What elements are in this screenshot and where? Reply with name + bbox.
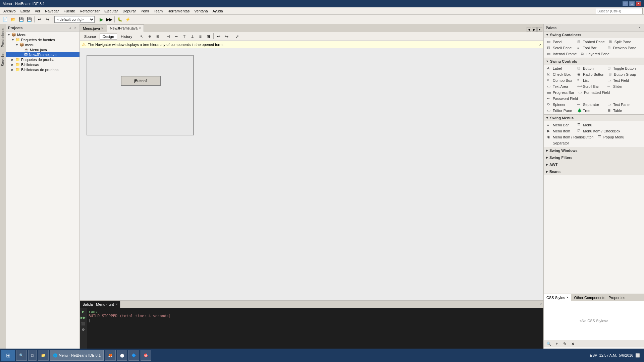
palette-item-menuitem-checkbox[interactable]: ☑Menu Item / CheckBox xyxy=(575,128,622,134)
taskbar-task-view[interactable]: □ xyxy=(28,350,37,361)
config-dropdown[interactable]: <default config> xyxy=(54,16,95,23)
run-debug-button[interactable]: ▶▶ xyxy=(106,16,113,23)
menu-team[interactable]: Team xyxy=(152,8,165,14)
menu-navegar[interactable]: Navegar xyxy=(43,8,61,14)
css-delete-button[interactable]: ✕ xyxy=(569,340,577,348)
tree-item-bib-pruebas[interactable]: ▶ 📁 Bibliotecas de pruebas xyxy=(6,67,79,72)
panel-close-button[interactable]: × xyxy=(73,25,77,30)
align-top[interactable]: ⊥ xyxy=(189,33,196,40)
history-tab[interactable]: History xyxy=(118,34,135,40)
css-edit-button[interactable]: ✎ xyxy=(561,340,569,348)
palette-item-textpane[interactable]: ▭Text Pane xyxy=(605,102,636,108)
undo-button[interactable]: ↩ xyxy=(36,16,43,23)
prestaciones-tab[interactable]: Prestaciones xyxy=(0,25,6,50)
profile-button[interactable]: ⚡ xyxy=(124,16,131,23)
menu-ventana[interactable]: Ventana xyxy=(192,8,210,14)
tree-item-prueba[interactable]: ▶ 📁 Paquetes de prueba xyxy=(6,57,79,62)
align-right[interactable]: ⊤ xyxy=(180,33,188,40)
taskbar-ie[interactable]: 🌐 Menu - NetBeans IDE 8.1 xyxy=(50,350,104,361)
close-button[interactable]: ✕ xyxy=(636,1,641,6)
css-add-button[interactable]: + xyxy=(553,340,560,348)
tab-newjframe[interactable]: NewJFrame.java × xyxy=(107,24,144,32)
connect-tool[interactable]: ⊕ xyxy=(146,33,153,40)
tab-scroll-right[interactable]: ▶ xyxy=(532,27,537,32)
palette-item-menu[interactable]: ☰Menu xyxy=(575,122,605,128)
swing-containers-header[interactable]: ▼ Swing Containers xyxy=(544,32,644,38)
swing-windows-header[interactable]: ▶ Swing Windows xyxy=(544,147,644,154)
align-center-v[interactable]: ≡ xyxy=(197,33,204,40)
menu-archivo[interactable]: Archivo xyxy=(1,8,18,14)
palette-item-slider[interactable]: ─Slider xyxy=(605,83,636,89)
panel-maximize-button[interactable]: □ xyxy=(67,25,72,30)
debug-button[interactable]: 🐛 xyxy=(116,16,123,23)
menu-ver[interactable]: Ver xyxy=(33,8,42,14)
css-tab-close[interactable]: × xyxy=(567,296,569,299)
layout-tool[interactable]: ⊞ xyxy=(154,33,161,40)
palette-item-textfield[interactable]: ▭Text Field xyxy=(605,77,636,83)
palette-item-formattedfield[interactable]: ▭Formatted Field xyxy=(576,89,612,96)
palette-item-menuitem-radio[interactable]: ◉Menu Item / RadioButton xyxy=(545,134,596,140)
palette-item-tree[interactable]: 🌲Tree xyxy=(575,108,605,114)
palette-item-tabbedpane[interactable]: ⊟Tabbed Pane xyxy=(575,39,607,45)
tree-item-newjframe[interactable]: 🖼 NewJFrame.java xyxy=(6,52,79,57)
palette-item-passwordfield[interactable]: ••Password Field xyxy=(545,96,580,102)
tree-item-package[interactable]: ▼ 📦 menu xyxy=(6,42,79,47)
tab-menujava[interactable]: Menu.java × xyxy=(80,24,106,32)
tab-scroll-left[interactable]: ◀ xyxy=(527,27,531,32)
output-tab-close[interactable]: × xyxy=(115,302,117,306)
jframe-container[interactable]: jButton1 xyxy=(87,55,194,135)
palette-item-editorpane[interactable]: ▭Editor Pane xyxy=(545,108,575,114)
palette-item-spinner[interactable]: ⟳Spinner xyxy=(545,102,575,108)
palette-item-toolbar[interactable]: ≡Tool Bar xyxy=(575,45,605,51)
design-canvas[interactable]: jButton1 xyxy=(80,48,543,300)
menu-ayuda[interactable]: Ayuda xyxy=(211,8,225,14)
palette-item-internalframe[interactable]: ▭Internal Frame xyxy=(545,51,579,57)
palette-item-popupmenu[interactable]: ☰Popup Menu xyxy=(596,134,626,140)
palette-item-desktoppane[interactable]: ⊟Desktop Pane xyxy=(605,45,638,51)
info-close-button[interactable]: × xyxy=(539,43,541,47)
servicios-tab[interactable]: Servicios xyxy=(0,50,6,69)
tab-dropdown[interactable]: ▼ xyxy=(537,27,542,32)
save-button[interactable]: 💾 xyxy=(17,16,25,23)
swing-menus-header[interactable]: ▼ Swing Menus xyxy=(544,115,644,121)
palette-item-list[interactable]: ≡List xyxy=(575,77,605,83)
stop-output-btn[interactable]: ⬛ xyxy=(80,321,86,326)
palette-item-splitpane[interactable]: ⊞Split Pane xyxy=(607,39,637,45)
source-tab[interactable]: Source xyxy=(81,34,99,40)
search-input[interactable] xyxy=(596,8,643,14)
maximize-editor[interactable]: ⤢ xyxy=(233,33,241,40)
palette-item-radiobutton[interactable]: ◉Radio Button xyxy=(575,71,606,77)
menu-perfil[interactable]: Perfil xyxy=(139,8,151,14)
awt-header[interactable]: ▶ AWT xyxy=(544,161,644,168)
tab-close-icon[interactable]: × xyxy=(101,26,103,30)
select-tool[interactable]: ↖ xyxy=(138,33,145,40)
palette-item-progressbar[interactable]: ▬Progress Bar xyxy=(545,89,576,96)
palette-item-scrollpane[interactable]: ⊡Scroll Pane xyxy=(545,45,575,51)
palette-item-checkbox[interactable]: ☑Check Box xyxy=(545,71,575,77)
palette-item-textarea[interactable]: ▭Text Area xyxy=(545,83,575,89)
taskbar-app1[interactable]: 🔷 xyxy=(128,350,139,361)
run-output-btn[interactable]: ▶ xyxy=(80,309,86,314)
palette-item-separator[interactable]: ─Separator xyxy=(575,102,605,108)
jbutton1[interactable]: jButton1 xyxy=(121,76,161,86)
taskbar-app2[interactable]: 🎯 xyxy=(141,350,151,361)
output-tab-run[interactable]: Salida - Menu (run) × xyxy=(80,301,120,308)
taskbar-firefox[interactable]: 🦊 xyxy=(105,350,116,361)
palette-item-label[interactable]: ALabel xyxy=(545,65,575,71)
palette-item-panel[interactable]: ▭Panel xyxy=(545,39,575,45)
palette-item-layeredpane[interactable]: ⧉Layered Pane xyxy=(579,51,612,57)
tree-item-menujava[interactable]: ☕ Menu.java xyxy=(6,47,79,52)
menu-fuente[interactable]: Fuente xyxy=(62,8,77,14)
swing-controls-header[interactable]: ▼ Swing Controls xyxy=(544,58,644,65)
taskbar-search[interactable]: 🔍 xyxy=(16,350,27,361)
palette-item-combobox[interactable]: ▾Combo Box xyxy=(545,77,575,83)
swing-filters-header[interactable]: ▶ Swing Filters xyxy=(544,154,644,161)
align-left[interactable]: ⊣ xyxy=(164,33,172,40)
css-search-button[interactable]: 🔍 xyxy=(545,340,552,348)
open-project-button[interactable]: 📂 xyxy=(9,16,17,23)
minimize-button[interactable]: − xyxy=(623,1,628,6)
align-center-h[interactable]: ⊢ xyxy=(172,33,180,40)
palette-item-menu-separator[interactable]: ─Separator xyxy=(545,140,575,146)
undo-design[interactable]: ↩ xyxy=(215,33,222,40)
palette-item-menubar[interactable]: ≡Menu Bar xyxy=(545,122,575,128)
